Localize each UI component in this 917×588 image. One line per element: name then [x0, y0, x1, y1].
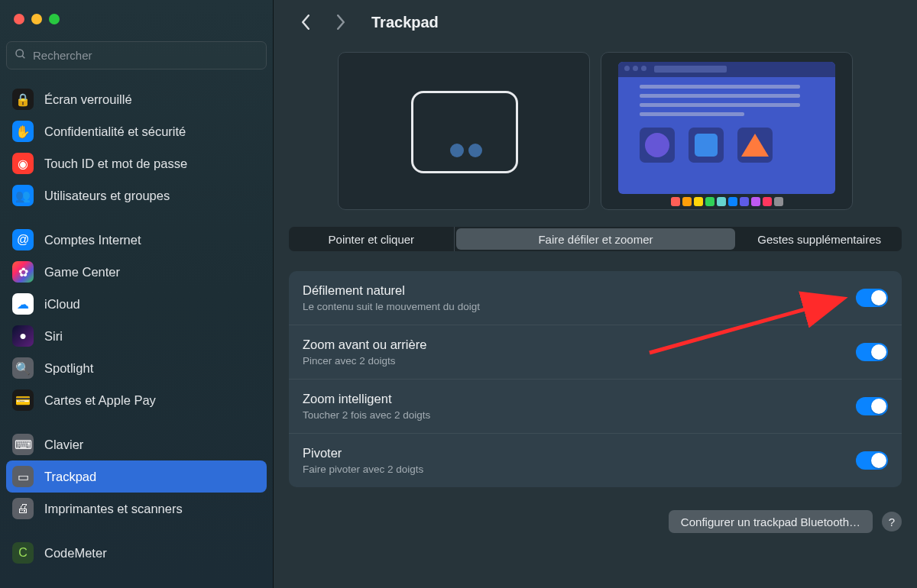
minimize-window-button[interactable]	[31, 14, 42, 24]
sidebar-item-label: Écran verrouillé	[44, 92, 132, 107]
configure-bluetooth-trackpad-button[interactable]: Configurer un trackpad Bluetooth…	[669, 510, 873, 533]
spotlight-icon: 🔍	[12, 357, 34, 379]
search-field[interactable]	[6, 41, 267, 69]
siri-icon: ●	[12, 325, 34, 347]
sidebar-item-label: Touch ID et mot de passe	[44, 157, 187, 171]
sidebar-item-label: Cartes et Apple Pay	[44, 393, 156, 408]
sidebar-item-label: Siri	[44, 329, 63, 344]
tab-faire-d-filer-et-zoomer[interactable]: Faire défiler et zoomer	[456, 228, 736, 250]
window-controls	[0, 14, 273, 24]
sidebar-item-label: iCloud	[44, 297, 80, 312]
toggle-switch[interactable]	[856, 397, 888, 415]
sidebar-item--cran-verrouill-[interactable]: 🔒Écran verrouillé	[6, 83, 267, 115]
sidebar-item-label: Game Center	[44, 265, 120, 279]
close-window-button[interactable]	[14, 14, 24, 24]
sidebar-item-label: Imprimantes et scanners	[44, 502, 183, 516]
sidebar-item-label: Clavier	[44, 438, 83, 452]
touch-icon: ◉	[12, 153, 34, 174]
tab-gestes-suppl-mentaires[interactable]: Gestes supplémentaires	[737, 227, 902, 251]
trackpad-preview	[338, 52, 590, 210]
page-title: Trackpad	[371, 14, 439, 31]
sidebar-item-codemeter[interactable]: CCodeMeter	[6, 537, 267, 569]
sidebar-item-utilisateurs-et-groupes[interactable]: 👥Utilisateurs et groupes	[6, 179, 267, 212]
sidebar-item-game-center[interactable]: ✿Game Center	[6, 256, 267, 288]
setting-subtitle: Toucher 2 fois avec 2 doigts	[303, 409, 856, 421]
sidebar-item-imprimantes-et-scanners[interactable]: 🖨Imprimantes et scanners	[6, 493, 267, 525]
setting-title: Pivoter	[303, 446, 856, 460]
svg-line-1	[22, 56, 24, 58]
sidebar-item-label: Trackpad	[44, 470, 96, 484]
main-pane: Trackpad	[274, 0, 917, 588]
codemeter-icon: C	[12, 542, 34, 564]
finger-dot-icon	[468, 144, 482, 157]
setting-subtitle: Faire pivoter avec 2 doigts	[303, 464, 856, 475]
desktop-preview	[601, 52, 853, 210]
help-button[interactable]: ?	[882, 512, 902, 531]
lock-icon: 🔒	[12, 89, 34, 110]
gamecenter-icon: ✿	[12, 261, 34, 283]
sidebar-item-trackpad[interactable]: ▭Trackpad	[6, 460, 267, 493]
sidebar-item-label: Spotlight	[44, 361, 93, 376]
sample-window-icon	[618, 62, 835, 194]
toggle-switch[interactable]	[856, 343, 888, 361]
sidebar-item-icloud[interactable]: ☁iCloud	[6, 288, 267, 320]
setting-row-zoom-avant-ou-arri-re: Zoom avant ou arrièrePincer avec 2 doigt…	[289, 325, 902, 380]
icloud-icon: ☁	[12, 293, 34, 315]
forward-button[interactable]	[330, 10, 352, 34]
setting-row-d-filement-naturel: Défilement naturelLe contenu suit le mou…	[289, 271, 902, 325]
setting-title: Défilement naturel	[303, 283, 856, 298]
users-icon: 👥	[12, 185, 34, 206]
toggle-switch[interactable]	[856, 289, 888, 307]
svg-point-0	[16, 50, 23, 57]
trackpad-outline-icon	[411, 91, 518, 173]
trackpad-icon: ▭	[12, 466, 34, 487]
sidebar-list: 🔒Écran verrouillé✋Confidentialité et séc…	[0, 83, 273, 588]
setting-subtitle: Le contenu suit le mouvement du doigt	[303, 301, 856, 312]
title-bar: Trackpad	[289, 0, 902, 44]
setting-subtitle: Pincer avec 2 doigts	[303, 355, 856, 367]
sidebar-item-confidentialit-et-s-curit-[interactable]: ✋Confidentialité et sécurité	[6, 115, 267, 147]
internet-icon: @	[12, 229, 34, 250]
sidebar-item-label: Comptes Internet	[44, 233, 141, 247]
footer: Configurer un trackpad Bluetooth… ?	[289, 510, 902, 533]
zoom-window-button[interactable]	[49, 14, 60, 24]
gesture-previews	[289, 52, 902, 210]
hand-icon: ✋	[12, 121, 34, 142]
wallet-icon: 💳	[12, 389, 34, 411]
setting-row-pivoter: PivoterFaire pivoter avec 2 doigts	[289, 434, 902, 487]
tab-pointer-et-cliquer[interactable]: Pointer et cliquer	[289, 227, 455, 251]
sidebar-item-clavier[interactable]: ⌨Clavier	[6, 428, 267, 460]
setting-row-zoom-intelligent: Zoom intelligentToucher 2 fois avec 2 do…	[289, 380, 902, 434]
sidebar-item-label: Utilisateurs et groupes	[44, 189, 170, 203]
sidebar-item-cartes-et-apple-pay[interactable]: 💳Cartes et Apple Pay	[6, 384, 267, 416]
finger-dot-icon	[450, 144, 464, 157]
search-icon	[15, 48, 27, 63]
toggle-switch[interactable]	[856, 451, 888, 470]
sidebar-item-spotlight[interactable]: 🔍Spotlight	[6, 352, 267, 384]
keyboard-icon: ⌨	[12, 434, 34, 455]
setting-title: Zoom avant ou arrière	[303, 338, 856, 352]
settings-tabs: Pointer et cliquerFaire défiler et zoome…	[289, 227, 902, 251]
setting-title: Zoom intelligent	[303, 392, 856, 406]
settings-list: Défilement naturelLe contenu suit le mou…	[289, 271, 902, 487]
sidebar-item-siri[interactable]: ●Siri	[6, 320, 267, 352]
printer-icon: 🖨	[12, 498, 34, 519]
sidebar: 🔒Écran verrouillé✋Confidentialité et séc…	[0, 0, 274, 588]
sidebar-item-label: Confidentialité et sécurité	[44, 124, 186, 139]
sidebar-item-touch-id-et-mot-de-passe[interactable]: ◉Touch ID et mot de passe	[6, 147, 267, 179]
sample-dock-icon	[601, 197, 852, 206]
sidebar-item-comptes-internet[interactable]: @Comptes Internet	[6, 224, 267, 256]
sidebar-item-label: CodeMeter	[44, 546, 107, 561]
search-input[interactable]	[33, 49, 258, 62]
back-button[interactable]	[295, 10, 316, 34]
